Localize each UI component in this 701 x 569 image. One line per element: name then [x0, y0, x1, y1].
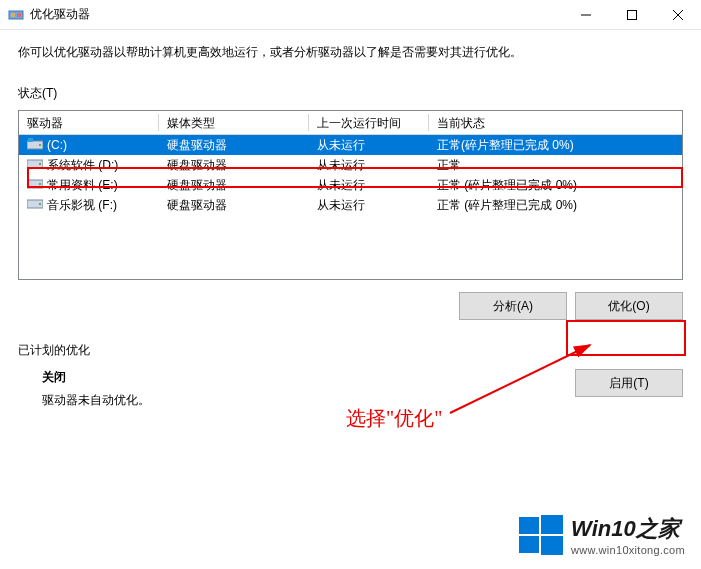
- media-cell: 硬盘驱动器: [159, 155, 309, 176]
- titlebar: 优化驱动器: [0, 0, 701, 30]
- watermark-url: www.win10xitong.com: [571, 544, 685, 556]
- schedule-text: 关闭 驱动器未自动优化。: [42, 369, 150, 409]
- svg-rect-13: [39, 183, 41, 185]
- svg-rect-11: [39, 163, 41, 165]
- table-row[interactable]: 常用资料 (E:)硬盘驱动器从未运行正常 (碎片整理已完成 0%): [19, 175, 682, 195]
- media-cell: 硬盘驱动器: [159, 135, 309, 156]
- table-header: 驱动器 媒体类型 上一次运行时间 当前状态: [19, 111, 682, 135]
- media-cell: 硬盘驱动器: [159, 175, 309, 196]
- minimize-button[interactable]: [563, 0, 609, 30]
- window-controls: [563, 0, 701, 29]
- table-row[interactable]: (C:)硬盘驱动器从未运行正常(碎片整理已完成 0%): [19, 135, 682, 155]
- col-header-status[interactable]: 当前状态: [429, 111, 682, 134]
- last-run-cell: 从未运行: [309, 155, 429, 176]
- svg-rect-4: [628, 11, 637, 20]
- status-section-label: 状态(T): [18, 85, 683, 102]
- table-row[interactable]: 系统软件 (D:)硬盘驱动器从未运行正常: [19, 155, 682, 175]
- annotation-text: 选择"优化": [346, 405, 442, 432]
- col-header-media[interactable]: 媒体类型: [159, 111, 309, 134]
- table-body: (C:)硬盘驱动器从未运行正常(碎片整理已完成 0%)系统软件 (D:)硬盘驱动…: [19, 135, 682, 215]
- drive-cell: 常用资料 (E:): [19, 175, 159, 196]
- watermark: Win10之家 www.win10xitong.com: [519, 513, 685, 557]
- window-title: 优化驱动器: [30, 6, 563, 23]
- drive-cell: 系统软件 (D:): [19, 155, 159, 176]
- status-cell: 正常: [429, 155, 682, 176]
- description-text: 你可以优化驱动器以帮助计算机更高效地运行，或者分析驱动器以了解是否需要对其进行优…: [18, 44, 683, 61]
- button-row: 分析(A) 优化(O): [18, 292, 683, 320]
- col-header-drive[interactable]: 驱动器: [19, 111, 159, 134]
- drive-icon: [27, 178, 43, 193]
- drive-table: 驱动器 媒体类型 上一次运行时间 当前状态 (C:)硬盘驱动器从未运行正常(碎片…: [18, 110, 683, 280]
- drive-name: 常用资料 (E:): [47, 177, 118, 194]
- media-cell: 硬盘驱动器: [159, 195, 309, 216]
- drive-name: (C:): [47, 138, 67, 152]
- content-area: 你可以优化驱动器以帮助计算机更高效地运行，或者分析驱动器以了解是否需要对其进行优…: [0, 30, 701, 423]
- drive-icon: [27, 138, 43, 153]
- drive-icon: [27, 158, 43, 173]
- drive-icon: [27, 198, 43, 213]
- last-run-cell: 从未运行: [309, 175, 429, 196]
- watermark-brand: Win10之家: [571, 514, 685, 544]
- schedule-section: 已计划的优化 关闭 驱动器未自动优化。 启用(T): [18, 342, 683, 409]
- svg-rect-17: [519, 517, 539, 534]
- optimize-button[interactable]: 优化(O): [575, 292, 683, 320]
- drive-cell: (C:): [19, 136, 159, 155]
- schedule-status: 关闭: [42, 369, 150, 386]
- drive-name: 音乐影视 (F:): [47, 197, 117, 214]
- schedule-label: 已计划的优化: [18, 342, 683, 359]
- svg-rect-20: [541, 536, 563, 555]
- svg-rect-2: [17, 13, 21, 17]
- schedule-detail: 驱动器未自动优化。: [42, 392, 150, 409]
- svg-rect-18: [541, 515, 563, 534]
- svg-rect-8: [28, 138, 33, 142]
- enable-button[interactable]: 启用(T): [575, 369, 683, 397]
- svg-rect-9: [39, 144, 41, 146]
- drive-cell: 音乐影视 (F:): [19, 195, 159, 216]
- analyze-button[interactable]: 分析(A): [459, 292, 567, 320]
- last-run-cell: 从未运行: [309, 135, 429, 156]
- last-run-cell: 从未运行: [309, 195, 429, 216]
- svg-rect-15: [39, 203, 41, 205]
- col-header-last[interactable]: 上一次运行时间: [309, 111, 429, 134]
- svg-rect-19: [519, 536, 539, 553]
- status-cell: 正常 (碎片整理已完成 0%): [429, 195, 682, 216]
- drive-name: 系统软件 (D:): [47, 157, 118, 174]
- app-icon: [8, 7, 24, 23]
- windows-logo-icon: [519, 513, 563, 557]
- table-row[interactable]: 音乐影视 (F:)硬盘驱动器从未运行正常 (碎片整理已完成 0%): [19, 195, 682, 215]
- svg-rect-1: [11, 13, 15, 17]
- status-cell: 正常(碎片整理已完成 0%): [429, 135, 682, 156]
- maximize-button[interactable]: [609, 0, 655, 30]
- status-cell: 正常 (碎片整理已完成 0%): [429, 175, 682, 196]
- close-button[interactable]: [655, 0, 701, 30]
